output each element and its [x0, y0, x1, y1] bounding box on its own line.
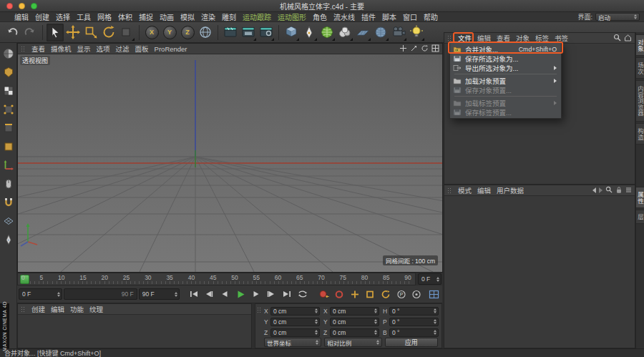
- spline-pen-icon[interactable]: [301, 24, 318, 41]
- home-icon[interactable]: [624, 34, 632, 43]
- lock-icon[interactable]: [615, 186, 623, 195]
- viewport-canvas[interactable]: 透视视图 网格间距 : 100 cm: [18, 54, 442, 272]
- size-z-field[interactable]: 0 cm: [330, 328, 379, 337]
- prev-frame-icon[interactable]: [218, 288, 232, 300]
- start-frame-field[interactable]: 0 F: [19, 288, 62, 300]
- search-icon[interactable]: [613, 34, 621, 43]
- mm-menu-texture[interactable]: 纹理: [89, 304, 103, 314]
- paint-tool-icon[interactable]: [1, 233, 15, 246]
- vp-menu-display[interactable]: 显示: [77, 44, 91, 54]
- goto-start-icon[interactable]: [187, 288, 201, 300]
- viewport-solo-icon[interactable]: [1, 177, 15, 190]
- polygons-mode-icon[interactable]: [1, 140, 15, 153]
- vp-menu-panel[interactable]: 面板: [135, 44, 149, 54]
- mm-menu-create[interactable]: 创建: [31, 304, 45, 314]
- render-settings-icon[interactable]: [258, 24, 275, 41]
- timeline-ruler[interactable]: 05 1015 2025 3035 4045 5055 6065 7075 80…: [17, 273, 416, 285]
- tool-history-icon[interactable]: [118, 24, 135, 41]
- rotation-b-field[interactable]: 0 °: [389, 328, 439, 337]
- menu-help[interactable]: 帮助: [424, 11, 438, 22]
- menu-mesh[interactable]: 网格: [97, 11, 112, 22]
- redo-icon[interactable]: [21, 24, 39, 41]
- menu-select[interactable]: 选择: [56, 11, 70, 22]
- menu-sculpt[interactable]: 雕刻: [222, 11, 236, 22]
- vp-menu-filter[interactable]: 过滤: [116, 44, 130, 54]
- menu-icon[interactable]: [625, 187, 632, 195]
- menu-motion-tracker[interactable]: 运动跟踪: [243, 11, 271, 22]
- render-picture-viewer-icon[interactable]: [240, 24, 257, 41]
- minimize-window-icon[interactable]: [19, 3, 25, 9]
- maximize-window-icon[interactable]: [31, 3, 37, 9]
- rotation-h-field[interactable]: 0 °: [389, 307, 439, 316]
- motion-system-icon[interactable]: [426, 288, 441, 300]
- current-frame-field[interactable]: 0 F: [418, 273, 441, 285]
- search-icon[interactable]: [605, 186, 613, 195]
- interface-select[interactable]: 启动: [595, 13, 640, 21]
- coord-system-select[interactable]: 世界坐标: [264, 338, 321, 347]
- am-menu-edit[interactable]: 编辑: [477, 185, 491, 195]
- position-x-field[interactable]: 0 cm: [270, 307, 320, 316]
- om-menu-objects[interactable]: 对象: [516, 33, 530, 43]
- points-mode-icon[interactable]: [1, 102, 15, 116]
- autokey-icon[interactable]: [332, 288, 346, 300]
- size-y-field[interactable]: 0 cm: [330, 318, 379, 326]
- rotate-view-icon[interactable]: [421, 44, 429, 54]
- panel-grip-icon[interactable]: [447, 187, 452, 194]
- apply-button[interactable]: 应用: [385, 338, 438, 347]
- vp-menu-view[interactable]: 查看: [31, 44, 45, 54]
- light-object-icon[interactable]: [408, 24, 425, 41]
- position-key-icon[interactable]: [348, 288, 362, 300]
- texture-mode-icon[interactable]: [1, 84, 15, 97]
- tab-takes[interactable]: 场次: [636, 57, 644, 79]
- am-menu-userdata[interactable]: 用户数据: [497, 185, 524, 195]
- menu-edit[interactable]: 编辑: [14, 11, 29, 22]
- menu-item-save-object-preset[interactable]: 保存对象预置...: [450, 85, 561, 94]
- size-mode-select[interactable]: 相对比例: [324, 338, 381, 347]
- model-mode-icon[interactable]: [1, 65, 15, 79]
- menu-window[interactable]: 窗口: [403, 11, 417, 22]
- tab-structure[interactable]: 构造: [636, 123, 644, 145]
- om-menu-tags[interactable]: 标签: [535, 33, 549, 43]
- menu-volume[interactable]: 体积: [118, 11, 132, 22]
- menu-simulate[interactable]: 模拟: [180, 11, 195, 22]
- om-menu-edit[interactable]: 编辑: [477, 33, 491, 43]
- panel-grip-icon[interactable]: [447, 35, 452, 41]
- mm-menu-edit[interactable]: 编辑: [51, 304, 64, 314]
- vp-menu-options[interactable]: 选项: [97, 44, 110, 54]
- volume-builder-icon[interactable]: [336, 24, 353, 41]
- mm-menu-function[interactable]: 功能: [70, 304, 84, 314]
- pan-view-icon[interactable]: [399, 44, 407, 54]
- menu-plugins[interactable]: 插件: [361, 11, 376, 22]
- sky-object-icon[interactable]: [372, 24, 389, 41]
- undo-icon[interactable]: [4, 24, 21, 41]
- goto-end-icon[interactable]: [280, 288, 294, 300]
- enable-axis-icon[interactable]: [1, 158, 15, 172]
- vp-menu-cameras[interactable]: 摄像机: [51, 44, 72, 54]
- panel-grip-icon[interactable]: [257, 307, 262, 313]
- size-x-field[interactable]: 0 cm: [330, 307, 379, 316]
- live-selection-icon[interactable]: [47, 24, 64, 41]
- x-axis-lock-icon[interactable]: X: [143, 24, 160, 41]
- panel-grip-icon[interactable]: [21, 306, 26, 313]
- rotate-tool-icon[interactable]: [100, 24, 117, 41]
- am-menu-mode[interactable]: 模式: [458, 185, 472, 195]
- move-tool-icon[interactable]: [64, 24, 82, 41]
- menu-render[interactable]: 渲染: [201, 11, 215, 22]
- menu-animate[interactable]: 动画: [160, 11, 174, 22]
- menu-mograph[interactable]: 运动图形: [278, 11, 306, 22]
- menu-item-save-tag-preset[interactable]: 保存标签预置...: [450, 107, 561, 117]
- close-window-icon[interactable]: [6, 3, 13, 9]
- om-menu-file[interactable]: 文件: [458, 33, 472, 43]
- tab-objects[interactable]: 对象: [636, 34, 644, 56]
- enable-snap-icon[interactable]: [1, 195, 15, 209]
- z-axis-lock-icon[interactable]: Z: [179, 24, 196, 41]
- spinner-icon[interactable]: [436, 277, 439, 282]
- menu-item-load-tag-preset[interactable]: 加载标签预置: [450, 98, 561, 107]
- make-editable-icon[interactable]: [1, 47, 15, 60]
- menu-item-export-selected-as[interactable]: 导出所选对象为...: [450, 63, 561, 72]
- back-icon[interactable]: [592, 187, 596, 193]
- om-menu-bookmarks[interactable]: 书签: [555, 33, 568, 43]
- om-menu-view[interactable]: 查看: [497, 33, 510, 43]
- camera-object-icon[interactable]: [390, 24, 407, 41]
- scale-key-icon[interactable]: [363, 288, 377, 300]
